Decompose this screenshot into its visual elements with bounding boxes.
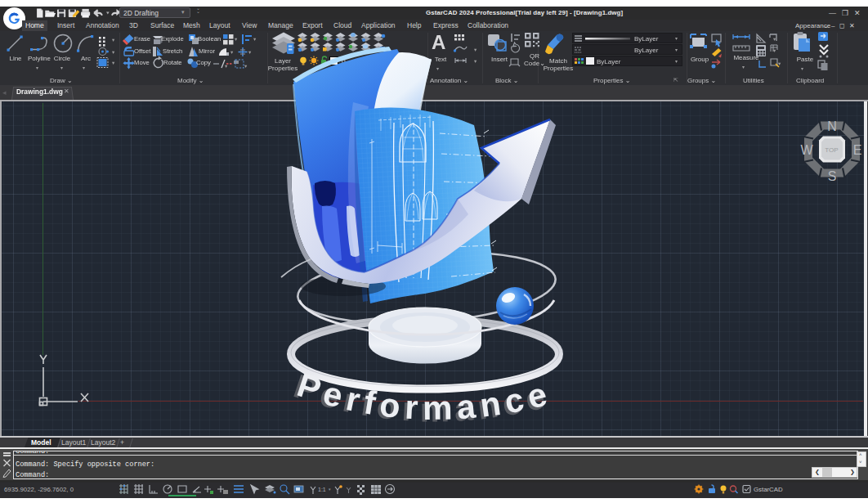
svg-text:Performance: Performance	[293, 366, 556, 427]
